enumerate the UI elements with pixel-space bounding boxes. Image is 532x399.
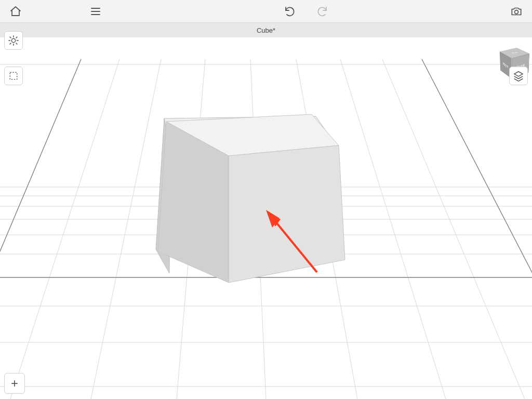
- svg-line-25: [422, 59, 532, 399]
- plus-icon: +: [11, 376, 18, 391]
- document-title: Cube*: [257, 26, 275, 34]
- view-cube-top-label: Top: [510, 51, 518, 54]
- svg-line-5: [10, 59, 119, 399]
- layers-icon: [513, 70, 524, 82]
- scene[interactable]: [0, 23, 532, 399]
- selection-button[interactable]: [4, 66, 23, 85]
- svg-line-4: [0, 59, 81, 399]
- selection-icon: [8, 71, 19, 81]
- layers-button[interactable]: [509, 66, 528, 85]
- svg-point-3: [515, 10, 518, 14]
- svg-line-45: [16, 37, 17, 38]
- viewport[interactable]: Top Front Right: [0, 23, 532, 399]
- svg-line-43: [16, 43, 17, 44]
- cube[interactable]: [158, 114, 345, 283]
- document-title-bar: Cube*: [0, 23, 532, 37]
- svg-rect-46: [10, 72, 17, 79]
- svg-line-10: [340, 59, 446, 399]
- svg-line-24: [0, 59, 81, 399]
- top-toolbar: [0, 0, 532, 23]
- svg-line-12: [422, 59, 532, 399]
- svg-marker-47: [514, 72, 523, 76]
- svg-point-37: [11, 38, 15, 42]
- svg-line-44: [10, 43, 11, 44]
- environment-button[interactable]: [4, 31, 23, 50]
- svg-marker-32: [229, 145, 345, 283]
- menu-button[interactable]: [84, 0, 107, 23]
- add-button[interactable]: +: [4, 373, 25, 394]
- camera-button[interactable]: [505, 0, 528, 23]
- svg-line-11: [382, 59, 525, 399]
- sun-icon: [8, 35, 19, 46]
- undo-button[interactable]: [278, 0, 301, 23]
- view-cube-right-label: Right: [503, 61, 509, 69]
- svg-line-6: [91, 59, 161, 399]
- home-button[interactable]: [4, 0, 27, 23]
- redo-button[interactable]: [311, 0, 334, 23]
- svg-line-42: [10, 37, 11, 38]
